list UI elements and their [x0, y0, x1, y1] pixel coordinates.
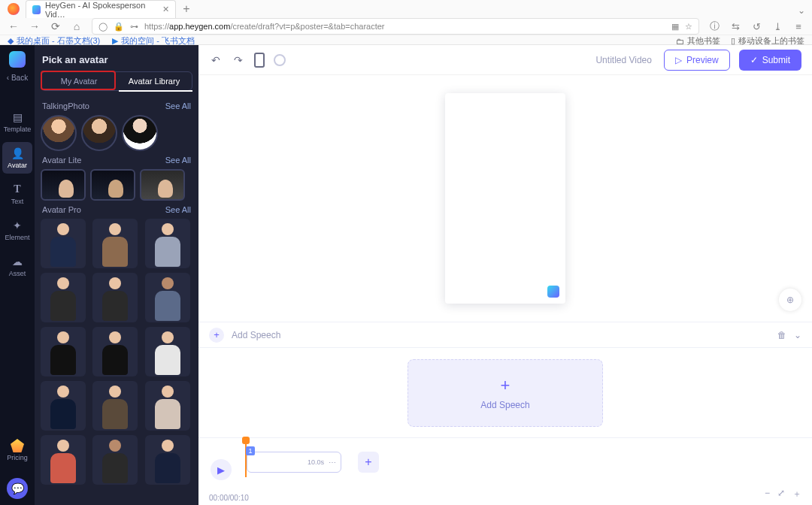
avatar-pro-item[interactable] [41, 327, 86, 376]
check-icon: ✓ [750, 55, 758, 65]
address-bar[interactable]: ◯ 🔒 ⊶ https://app.heygen.com/create/draf… [92, 18, 699, 35]
nav-template[interactable]: ▤ Template [2, 106, 32, 138]
bookmark-star-icon[interactable]: ☆ [685, 22, 692, 32]
downloads-icon[interactable]: ⤓ [771, 21, 783, 32]
preview-button[interactable]: ▷ Preview [664, 50, 730, 71]
timecode: 00:00/00:10 [209, 494, 249, 502]
zoom-out-icon[interactable]: − [765, 488, 770, 500]
canvas-area[interactable]: ⊕ [198, 75, 812, 322]
nav-home-icon[interactable]: ⌂ [71, 20, 83, 32]
redo-icon[interactable]: ↷ [232, 53, 245, 67]
avatar-pro-item[interactable] [41, 273, 86, 322]
avatar-pro-item[interactable] [41, 435, 86, 485]
history-icon[interactable]: ↺ [750, 21, 762, 32]
back-link[interactable]: ‹ Back [7, 74, 28, 82]
clip-menu-icon[interactable]: ⋯ [329, 458, 336, 467]
avatar-pro-item[interactable] [145, 219, 190, 268]
avatar-pro-item[interactable] [41, 381, 86, 431]
talking-photo-item[interactable] [122, 115, 158, 151]
folder-icon: 🗀 [676, 37, 684, 46]
speech-bar: + Add Speech 🗑 ⌄ [198, 322, 812, 347]
avatar-pro-item[interactable] [92, 327, 138, 376]
avatar-pro-item[interactable] [145, 381, 190, 431]
nav-avatar[interactable]: 👤 Avatar [2, 142, 32, 174]
nav-reload-icon[interactable]: ⟳ [50, 20, 62, 32]
firefox-logo-icon [8, 3, 20, 15]
talking-photo-item[interactable] [41, 115, 77, 151]
avatar-pro-item[interactable] [41, 219, 86, 268]
browser-tab[interactable]: HeyGen - AI Spokesperson Vid… ✕ [26, 0, 176, 18]
watermark-logo-icon [547, 286, 559, 298]
tab-my-avatar[interactable]: My Avatar [41, 72, 117, 90]
avatar-icon: 👤 [11, 147, 24, 160]
timeline-track[interactable]: 1 10.0s ⋯ + [247, 452, 801, 476]
avatar-pro-item[interactable] [92, 273, 138, 322]
qr-icon[interactable]: ▦ [671, 22, 679, 32]
project-title[interactable]: Untitled Video [595, 55, 652, 65]
nav-element[interactable]: ✦ Element [2, 214, 32, 246]
nav-label: Avatar [8, 162, 27, 169]
close-tab-icon[interactable]: ✕ [162, 5, 169, 14]
delete-icon[interactable]: 🗑 [777, 330, 786, 340]
avatar-pro-item[interactable] [145, 273, 190, 322]
url-host: app.heygen.com [169, 22, 230, 31]
support-chat-button[interactable]: 💬 [7, 478, 28, 499]
submit-button[interactable]: ✓ Submit [739, 50, 801, 71]
avatar-pro-item[interactable] [145, 327, 190, 376]
browser-toolbar: ← → ⟳ ⌂ ◯ 🔒 ⊶ https://app.heygen.com/cre… [0, 18, 812, 35]
browser-tab-bar: HeyGen - AI Spokesperson Vid… ✕ + ⌄ [0, 0, 812, 18]
zoom-fit-icon[interactable]: ⤢ [777, 488, 785, 500]
nav-text[interactable]: T Text [2, 178, 32, 210]
cloud-upload-icon: ☁ [11, 255, 24, 268]
nav-label: Asset [9, 270, 26, 277]
nav-label: Pricing [7, 454, 28, 461]
see-all-link[interactable]: See All [165, 101, 191, 110]
tab-title: HeyGen - AI Spokesperson Vid… [45, 1, 158, 19]
timeline-clip[interactable]: 1 10.0s ⋯ [247, 452, 341, 473]
talking-photo-item[interactable] [81, 115, 117, 151]
avatar-pro-item[interactable] [92, 435, 138, 485]
text-icon: T [11, 183, 24, 196]
timeline-play-button[interactable]: ▶ [211, 459, 232, 480]
avatar-pro-item[interactable] [92, 381, 138, 431]
app-menu-icon[interactable]: ≡ [792, 21, 804, 32]
nav-asset[interactable]: ☁ Asset [2, 250, 32, 282]
undo-icon[interactable]: ↶ [209, 53, 223, 67]
play-icon: ▷ [675, 55, 682, 65]
chevron-down-icon[interactable]: ⌄ [794, 330, 801, 340]
avatar-pro-item[interactable] [92, 219, 138, 268]
url-scheme: https:// [144, 22, 169, 31]
nav-back-icon[interactable]: ← [8, 20, 20, 32]
window-menu-icon[interactable]: ⌄ [794, 3, 809, 18]
new-tab-button[interactable]: + [177, 0, 195, 18]
add-speech-inline-button[interactable]: + [209, 328, 224, 343]
browser-chrome: HeyGen - AI Spokesperson Vid… ✕ + ⌄ ← → … [0, 0, 812, 45]
zoom-in-icon[interactable]: ＋ [792, 488, 801, 500]
app-logo-icon[interactable] [9, 51, 26, 68]
avatar-lite-item[interactable] [41, 169, 86, 201]
template-icon: ▤ [11, 110, 24, 124]
avatar-panel: Pick an avatar My Avatar Avatar Library … [35, 45, 198, 505]
back-label: Back [11, 74, 28, 82]
nav-pricing[interactable]: Pricing [2, 434, 32, 466]
avatar-pro-item[interactable] [145, 435, 190, 485]
video-stage[interactable] [445, 93, 565, 304]
extensions-icon[interactable]: ⇆ [729, 21, 741, 32]
lock-icon: 🔒 [114, 22, 124, 32]
see-all-link[interactable]: See All [165, 156, 191, 165]
orientation-portrait-icon[interactable] [254, 53, 265, 68]
zoom-button[interactable]: ⊕ [779, 289, 801, 311]
orientation-circle-icon[interactable] [274, 54, 286, 66]
add-speech-big-button[interactable]: + Add Speech [408, 359, 603, 427]
avatar-pro-grid [41, 219, 192, 485]
account-icon[interactable]: ⓘ [708, 20, 720, 33]
avatar-lite-item[interactable] [140, 169, 185, 201]
avatar-scroll[interactable]: TalkingPhotoSee All Avatar LiteSee All A… [41, 97, 192, 497]
panel-title: Pick an avatar [42, 54, 191, 65]
see-all-link[interactable]: See All [165, 205, 191, 214]
avatar-lite-item[interactable] [90, 169, 135, 201]
nav-forward-icon[interactable]: → [29, 20, 41, 32]
add-clip-button[interactable]: + [358, 452, 379, 473]
active-tab-underline [119, 90, 192, 92]
tab-avatar-library[interactable]: Avatar Library [117, 72, 192, 90]
